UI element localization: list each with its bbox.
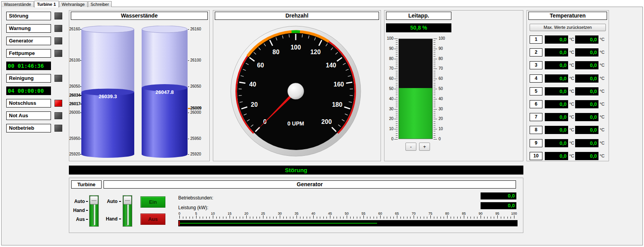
left-button-fettpumpe[interactable]: Fettpumpe (6, 49, 51, 58)
ruler-tick (280, 215, 280, 219)
leitapp-scale-tick-left (396, 63, 398, 63)
temp-unit-label: °C (569, 76, 574, 81)
tab-turbine-1[interactable]: Turbine 1 (34, 1, 59, 7)
ruler-tick (447, 215, 447, 219)
leitapp-scale-label-right: 100 (439, 36, 449, 41)
ruler-tick (226, 217, 226, 219)
ruler-tick (290, 217, 290, 219)
status-banner: Störung (69, 166, 523, 175)
ruler-label: 60 (376, 212, 385, 215)
svg-text:180: 180 (332, 101, 342, 108)
leitapp-scale-label-right: 50 (439, 86, 449, 91)
temp-row-number: 4 (530, 74, 542, 83)
svg-text:40: 40 (249, 81, 256, 88)
temp-unit-label: °C (600, 127, 604, 132)
leitapp-scale-tick-left (396, 77, 398, 77)
tank1-scale-tick (80, 139, 81, 139)
temp-current-display: 0,0 (545, 48, 568, 56)
tank1-scale-tick (80, 113, 81, 113)
temp-max-display: 0,0 (575, 100, 598, 108)
leitapp-scale-tick-right (433, 85, 435, 85)
tank1-scale-tick (80, 29, 81, 30)
ruler-tick (343, 217, 344, 219)
tab-wasserstände[interactable]: Wasserstände (1, 1, 34, 7)
leitapp-scale-tick-right (433, 115, 435, 115)
ein-button[interactable]: Ein (140, 196, 165, 208)
leitapp-increase-button[interactable]: + (419, 143, 430, 151)
aus-button[interactable]: Aus (140, 213, 165, 225)
leitapp-scale-tick-left (396, 95, 398, 95)
tab-schreiber[interactable]: Schreiber (88, 1, 112, 7)
ruler-tick (410, 217, 411, 219)
left-button-störung[interactable]: Störung (6, 12, 51, 20)
ruler-tick (303, 217, 304, 219)
leitapp-scale-tick-right (433, 65, 435, 65)
tank1-scale-tick (80, 60, 81, 61)
ruler-tick (236, 217, 237, 219)
ruler-tick (307, 217, 307, 219)
ruler-tick (467, 217, 468, 219)
leitapp-scale-label-right: 80 (439, 56, 449, 61)
leitapp-scale-tick-left (396, 113, 398, 113)
ruler-tick (424, 217, 424, 219)
tank2-scale-label: 25950 (190, 136, 208, 141)
generator-mode-slider-thumb[interactable] (123, 196, 132, 205)
leitapp-panel: Leitapp. 50,8 % - + 00101020203030404050… (384, 10, 523, 161)
leitapp-scale-tick-left (394, 49, 398, 49)
ruler-tick (293, 217, 293, 219)
reset-max-values-button[interactable]: Max. Werte zurücksetzen (530, 24, 606, 31)
left-button-reinigung[interactable]: Reinigung (6, 74, 51, 83)
turbine-mode-slider-tick (86, 210, 88, 211)
leitapp-decrease-button[interactable]: - (405, 143, 416, 151)
ruler-tick (400, 217, 401, 219)
left-button-not-aus[interactable]: Not Aus (6, 111, 51, 120)
generator-mode-slider-label-auto: Auto (105, 199, 118, 204)
ruler-tick (457, 217, 458, 219)
svg-text:0 UPM: 0 UPM (288, 120, 304, 127)
ruler-tick (484, 217, 484, 219)
ruler-tick (481, 215, 481, 219)
turbine-mode-slider-label-aus: Aus (72, 217, 85, 222)
tank2-scale-tick (188, 154, 189, 155)
tank1-scale-tick (80, 104, 81, 104)
temp-row-number: 3 (530, 61, 542, 69)
leitapp-scale-label-left: 20 (384, 116, 393, 121)
generator-mode-slider[interactable] (123, 195, 132, 227)
ruler-tick (427, 217, 427, 219)
turbine-mode-slider[interactable] (89, 195, 99, 227)
left-button-generator[interactable]: Generator (6, 37, 51, 45)
temp-max-display: 0,0 (575, 61, 598, 69)
ruler-tick (179, 215, 180, 219)
ruler-tick (440, 217, 441, 219)
ruler-tick (313, 215, 314, 219)
left-button-notbetrieb[interactable]: Notbetrieb (6, 124, 51, 132)
ruler-label: 5 (191, 212, 201, 215)
leitapp-scale-tick-right (433, 133, 435, 134)
left-button-notschluss[interactable]: Notschluss (6, 99, 51, 108)
leitapp-scale-tick-left (396, 47, 398, 47)
tank1-scale-label: 26160 (69, 27, 80, 32)
status-banner-text: Störung (285, 167, 307, 173)
ruler-tick (310, 217, 310, 219)
leitapp-scale-tick-right (433, 95, 435, 95)
indicator-notschluss (54, 100, 62, 107)
ruler-tick (414, 215, 414, 219)
leitapp-scale-tick-left (396, 133, 398, 134)
leitapp-scale-tick-left (396, 137, 398, 138)
tank1-scale-label: 26050 (69, 84, 80, 89)
tab-wehranlage[interactable]: Wehranlage (59, 1, 88, 7)
svg-text:60: 60 (257, 62, 264, 69)
leitapp-scale-tick-right (433, 81, 435, 81)
turbine-mode-slider-label-hand: Hand (72, 208, 85, 213)
ruler-tick (300, 217, 300, 219)
ruler-tick (270, 217, 270, 219)
tab-bar: WasserständeTurbine 1WehranlageSchreiber (1, 0, 112, 7)
turbine-mode-slider-thumb[interactable] (90, 196, 98, 205)
left-button-warnung[interactable]: Warnung (6, 24, 51, 33)
ruler-tick (390, 217, 391, 219)
generator-title: Generator (104, 180, 516, 189)
leitapp-scale-tick-right (433, 113, 435, 113)
temp-max-display: 0,0 (575, 126, 598, 134)
ruler-tick (193, 217, 193, 219)
leitapp-scale-tick-right (433, 135, 435, 136)
